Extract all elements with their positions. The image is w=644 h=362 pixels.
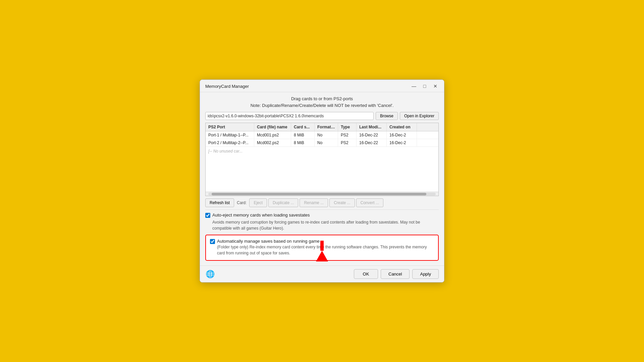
scrollbar-thumb[interactable]	[212, 193, 426, 195]
window-body: Drag cards to or from PS2-ports Note: Du…	[200, 92, 444, 265]
col-header-size: Card s...	[291, 123, 315, 131]
table-row[interactable]: Port-1 / Multitap-1--P... Mcd001.ps2 8 M…	[206, 131, 438, 139]
col-header-format: Formatt...	[315, 123, 338, 131]
open-in-explorer-button[interactable]: Open in Explorer	[400, 112, 439, 120]
auto-manage-checkbox[interactable]	[210, 239, 215, 244]
auto-eject-checkbox[interactable]	[205, 213, 210, 218]
rename-button[interactable]: Rename ...	[300, 198, 328, 207]
path-input[interactable]	[205, 112, 374, 120]
col-header-type: Type	[338, 123, 357, 131]
cell-format-1: No	[315, 131, 338, 139]
auto-manage-section: Automatically manage saves based on runn…	[205, 235, 439, 261]
cell-modified-1: 16-Dec-22	[357, 131, 387, 139]
auto-eject-section: Auto-eject memory cards when loading sav…	[205, 213, 439, 231]
toolbar: Refresh list Card: Eject Duplicate ... R…	[205, 196, 439, 210]
header-line2: Note: Duplicate/Rename/Create/Delete wil…	[205, 102, 439, 109]
cell-file-1: Mcd001.ps2	[254, 131, 291, 139]
refresh-list-button[interactable]: Refresh list	[205, 198, 234, 207]
card-label: Card:	[235, 199, 248, 207]
bottom-buttons: OK Cancel Apply	[354, 269, 439, 279]
eject-button[interactable]: Eject	[249, 198, 267, 207]
auto-manage-description: (Folder type only) Re-index memory card …	[217, 244, 434, 256]
col-header-modified: Last Modi...	[357, 123, 387, 131]
path-row: Browse Open in Explorer	[205, 112, 439, 120]
memory-card-table: PS2 Port Card (file) name Card s... Form…	[205, 123, 439, 196]
title-bar: MemoryCard Manager — □ ✕	[200, 80, 444, 92]
bottom-bar: 🌐 OK Cancel Apply	[200, 265, 444, 282]
header-text: Drag cards to or from PS2-ports Note: Du…	[205, 96, 439, 109]
auto-eject-row: Auto-eject memory cards when loading sav…	[205, 213, 439, 218]
header-line1: Drag cards to or from PS2-ports	[205, 96, 439, 102]
cell-file-2: Mcd002.ps2	[254, 139, 291, 146]
auto-eject-description: Avoids memory card corruption by forcing…	[212, 219, 439, 231]
cell-type-1: PS2	[338, 131, 357, 139]
cell-port-2: Port-2 / Multitap-2--P...	[206, 139, 254, 146]
globe-icon: 🌐	[205, 269, 215, 279]
cell-created-2: 16-Dec-2	[387, 139, 417, 146]
cell-size-1: 8 MiB	[291, 131, 315, 139]
apply-button[interactable]: Apply	[412, 269, 439, 279]
window-title: MemoryCard Manager	[205, 84, 249, 89]
maximize-button[interactable]: □	[420, 82, 429, 90]
close-button[interactable]: ✕	[431, 82, 440, 90]
table-row[interactable]: Port-2 / Multitap-2--P... Mcd002.ps2 8 M…	[206, 139, 438, 147]
scrollbar-track	[208, 193, 436, 195]
memory-card-manager-window: MemoryCard Manager — □ ✕ Drag cards to o…	[200, 79, 444, 283]
cell-modified-2: 16-Dec-22	[357, 139, 387, 146]
cancel-button[interactable]: Cancel	[381, 269, 410, 279]
col-header-created: Created on	[387, 123, 417, 131]
cell-port-1: Port-1 / Multitap-1--P...	[206, 131, 254, 139]
cell-type-2: PS2	[338, 139, 357, 146]
col-header-file: Card (file) name	[254, 123, 291, 131]
col-header-port: PS2 Port	[206, 123, 254, 131]
create-button[interactable]: Create ...	[329, 198, 355, 207]
window-controls: — □ ✕	[409, 82, 440, 90]
ok-button[interactable]: OK	[354, 269, 378, 279]
minimize-button[interactable]: —	[409, 82, 419, 90]
table-body: Port-1 / Multitap-1--P... Mcd001.ps2 8 M…	[206, 131, 438, 192]
horizontal-scrollbar[interactable]	[206, 192, 438, 196]
browse-button[interactable]: Browse	[376, 112, 398, 120]
duplicate-button[interactable]: Duplicate ...	[268, 198, 298, 207]
cell-size-2: 8 MiB	[291, 139, 315, 146]
table-header: PS2 Port Card (file) name Card s... Form…	[206, 123, 438, 131]
auto-eject-label[interactable]: Auto-eject memory cards when loading sav…	[212, 213, 310, 218]
auto-manage-label[interactable]: Automatically manage saves based on runn…	[217, 239, 320, 244]
auto-manage-row: Automatically manage saves based on runn…	[210, 239, 434, 244]
cell-format-2: No	[315, 139, 338, 146]
cell-created-1: 16-Dec-2	[387, 131, 417, 139]
no-unused-label: [-- No unused car...	[206, 147, 438, 156]
convert-button[interactable]: Convert ...	[356, 198, 383, 207]
